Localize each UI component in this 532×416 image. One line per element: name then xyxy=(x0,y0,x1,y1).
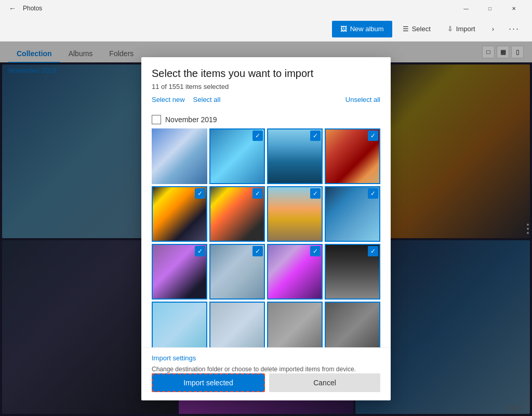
photo-9[interactable]: ✓ xyxy=(152,244,207,300)
modal-count: 11 of 1551 items selected xyxy=(152,83,380,90)
photo-8[interactable]: ✓ xyxy=(325,186,380,242)
ellipsis-icon: ··· xyxy=(509,23,520,34)
close-button[interactable]: ✕ xyxy=(502,0,526,17)
select-new-link[interactable]: Select new xyxy=(152,96,185,103)
window-controls: — □ ✕ xyxy=(454,0,526,17)
check-icon-3: ✓ xyxy=(310,131,321,141)
new-album-icon: 🖼 xyxy=(340,25,347,33)
import-selected-button[interactable]: Import selected xyxy=(152,373,265,392)
footer-buttons: Import selected Cancel xyxy=(152,373,380,392)
check-icon-2: ✓ xyxy=(252,131,263,141)
photo-16[interactable] xyxy=(325,302,380,347)
check-icon-4: ✓ xyxy=(368,131,378,141)
photo-3[interactable]: ✓ xyxy=(267,128,323,184)
check-icon-10: ✓ xyxy=(252,246,263,256)
check-icon-12: ✓ xyxy=(368,246,378,256)
select-button[interactable]: ☰ Select xyxy=(396,21,437,37)
restore-button[interactable]: □ xyxy=(478,0,502,17)
import-settings-desc: Change destination folder or choose to d… xyxy=(152,366,356,373)
photo-6[interactable]: ✓ xyxy=(209,186,265,242)
unselect-all-link[interactable]: Unselect all xyxy=(345,96,380,103)
check-icon-5: ✓ xyxy=(195,188,205,199)
app-title: Photos xyxy=(23,5,42,12)
photo-4[interactable]: ✓ xyxy=(325,128,380,184)
check-icon-7: ✓ xyxy=(310,188,321,199)
photo-2[interactable]: ✓ xyxy=(209,128,265,184)
photo-13[interactable] xyxy=(152,302,207,347)
photo-5[interactable]: ✓ xyxy=(152,186,207,242)
modal-footer: Import settings Change destination folde… xyxy=(141,347,391,400)
titlebar: ← Photos — □ ✕ xyxy=(0,0,532,17)
photo-11[interactable]: ✓ xyxy=(267,244,323,300)
check-icon-11: ✓ xyxy=(310,246,321,256)
section-checkbox[interactable] xyxy=(152,115,161,124)
minimize-button[interactable]: — xyxy=(454,0,478,17)
modal-title: Select the items you want to import xyxy=(152,68,380,80)
photo-7[interactable]: ✓ xyxy=(267,186,323,242)
cancel-button[interactable]: Cancel xyxy=(269,373,380,392)
chevron-right-icon: › xyxy=(492,25,494,33)
chevron-button[interactable]: › xyxy=(486,21,500,37)
photo-12[interactable]: ✓ xyxy=(325,244,380,300)
section-label: November 2019 xyxy=(165,115,217,124)
section-header: November 2019 xyxy=(152,115,380,124)
check-icon-8: ✓ xyxy=(368,188,378,199)
modal-scroll-area[interactable]: November 2019 ✓ ✓ xyxy=(141,110,391,347)
import-settings-link[interactable]: Import settings xyxy=(152,354,380,362)
import-label: Import xyxy=(456,25,475,33)
new-album-button[interactable]: 🖼 New album xyxy=(332,21,392,37)
import-icon: ⇩ xyxy=(447,25,453,33)
more-options-button[interactable]: ··· xyxy=(504,21,524,37)
back-button[interactable]: ← xyxy=(6,2,19,15)
photo-1[interactable] xyxy=(152,128,207,184)
modal-actions: Select new Select all Unselect all xyxy=(152,96,380,103)
main-toolbar: 🖼 New album ☰ Select ⇩ Import › ··· xyxy=(0,17,532,42)
new-album-label: New album xyxy=(350,25,384,33)
select-label: Select xyxy=(412,25,431,33)
select-icon: ☰ xyxy=(403,25,409,33)
main-content: Collection Albums Folders □ ▦ ▯ November… xyxy=(0,42,532,416)
import-modal: Select the items you want to import 11 o… xyxy=(141,57,391,400)
check-icon-6: ✓ xyxy=(252,188,263,199)
photo-14[interactable] xyxy=(209,302,265,347)
photo-grid: ✓ ✓ ✓ ✓ xyxy=(152,128,380,347)
photo-10[interactable]: ✓ xyxy=(209,244,265,300)
modal-overlay: Select the items you want to import 11 o… xyxy=(0,42,532,416)
check-icon-9: ✓ xyxy=(195,246,205,256)
photo-15[interactable] xyxy=(267,302,323,347)
modal-header: Select the items you want to import 11 o… xyxy=(141,57,391,110)
import-button[interactable]: ⇩ Import xyxy=(441,21,482,37)
select-all-link[interactable]: Select all xyxy=(193,96,221,103)
